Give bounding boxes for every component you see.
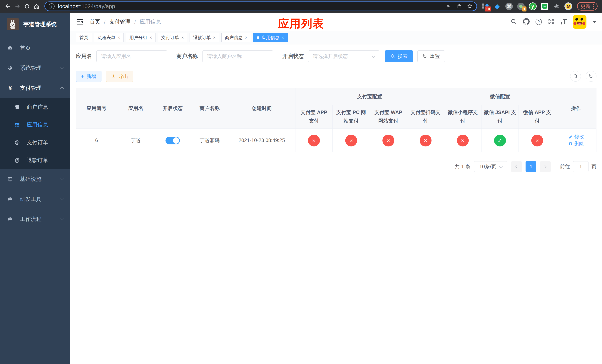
sidebar-item-label: 系统管理 [20, 64, 42, 72]
tag-app-info-active[interactable]: 应用信息× [253, 33, 288, 43]
page-number-active[interactable]: 1 [526, 161, 536, 172]
help-icon[interactable]: ? [536, 19, 542, 25]
chevron-down-icon [60, 197, 64, 201]
col-wechat-jsapi: 微信 JSAPI 支付 [481, 105, 518, 129]
tag-user-group[interactable]: 用户分组× [126, 33, 155, 43]
sidebar-item-refund-order[interactable]: 退款订单 [0, 151, 70, 169]
extension-y-icon[interactable]: y [529, 2, 537, 10]
tag-process-form[interactable]: 流程表单× [94, 33, 124, 43]
tag-pay-order[interactable]: 支付订单× [158, 33, 187, 43]
tags-view-bar: 首页 流程表单× 用户分组× 支付订单× 退款订单× 商户信息× 应用信息× [70, 31, 602, 44]
breadcrumb-separator: / [134, 19, 136, 25]
pencil-icon [568, 134, 573, 139]
next-page-button[interactable] [540, 161, 551, 172]
close-icon[interactable]: × [245, 35, 247, 40]
header-search-icon[interactable] [510, 18, 517, 26]
browser-back-icon[interactable] [3, 1, 13, 11]
sidebar-item-label: 支付管理 [20, 85, 42, 92]
extension-recorder-icon[interactable]: 1 [517, 2, 525, 10]
monitor-chart-icon [7, 176, 13, 182]
sidebar-item-dev-tools[interactable]: 研发工具 [0, 189, 70, 209]
bookmark-star-icon[interactable] [467, 3, 473, 10]
github-icon[interactable] [523, 18, 530, 26]
col-alipay-qr: 支付宝扫码支付 [407, 105, 444, 129]
goto-page-input[interactable] [573, 161, 589, 172]
page-size-select[interactable]: 10条/页 [474, 161, 507, 172]
refresh-table-button[interactable] [586, 71, 596, 82]
browser-extensions: ◆ 10 ◆ ⌘ 1 y ⋯ 更新 [480, 2, 599, 11]
close-icon[interactable]: × [118, 35, 120, 40]
sidebar-item-label: 基础设施 [20, 175, 42, 183]
sidebar-item-workflow[interactable]: 工作流程 [0, 209, 70, 229]
tag-refund-order[interactable]: 退款订单× [190, 33, 219, 43]
pagination: 共 1 条 10条/页 1 前往 页 [76, 161, 596, 172]
gear-icon [7, 65, 13, 71]
chevron-up-icon [60, 87, 64, 91]
table-toolbar: + 新增 导出 [76, 71, 596, 82]
chevron-down-icon [372, 54, 375, 58]
sidebar-collapse-icon[interactable] [76, 18, 84, 26]
breadcrumb-home[interactable]: 首页 [90, 18, 100, 26]
col-wechat-app: 微信 APP 支付 [518, 105, 556, 129]
sidebar-item-payment[interactable]: ¥ 支付管理 [0, 78, 70, 98]
user-menu-caret-icon[interactable] [592, 21, 596, 23]
sidebar-item-merchant-info[interactable]: 商户信息 [0, 98, 70, 116]
col-alipay-app: 支付宝 APP 支付 [295, 105, 333, 129]
status-select[interactable]: 请选择开启状态 [308, 50, 379, 62]
user-avatar[interactable] [573, 15, 586, 29]
sidebar-menu: 首页 系统管理 ¥ 支付管理 [0, 36, 70, 364]
alipay-pc-status-icon: × [345, 135, 357, 146]
group-wechat-config: 微信配置 [444, 88, 556, 105]
profile-emoji-icon[interactable] [564, 2, 572, 10]
site-info-icon[interactable]: i [49, 3, 55, 9]
close-icon[interactable]: × [281, 35, 284, 40]
extensions-puzzle-icon[interactable] [553, 2, 560, 10]
browser-home-icon[interactable] [32, 1, 42, 11]
storefront-icon [14, 104, 20, 110]
fullscreen-icon[interactable] [548, 18, 554, 26]
chevron-down-icon [60, 177, 64, 181]
font-size-icon[interactable]: TT [560, 19, 567, 25]
browser-menu-kebab-icon[interactable] [593, 4, 594, 9]
merchant-name-input[interactable] [202, 50, 273, 62]
close-icon[interactable]: × [181, 35, 184, 40]
share-icon[interactable] [456, 3, 462, 10]
extension-command-icon[interactable]: ⌘ [505, 2, 513, 10]
browser-update-button[interactable]: 更新 [577, 2, 598, 11]
extension-kite-icon[interactable]: ◆ [493, 2, 501, 10]
app-name-input[interactable] [97, 50, 167, 62]
extension-chat-icon[interactable]: ⋯ [541, 2, 548, 10]
export-button[interactable]: 导出 [106, 71, 133, 82]
browser-reload-icon[interactable] [22, 1, 32, 11]
close-icon[interactable]: × [149, 35, 152, 40]
password-key-icon[interactable] [446, 3, 452, 10]
sidebar-item-home[interactable]: 首页 [0, 38, 70, 58]
alipay-qr-status-icon: × [420, 135, 431, 146]
app-table: 应用编号 应用名 开启状态 商户名称 创建时间 支付宝配置 微信配置 操作 支付… [76, 88, 596, 152]
reset-button[interactable]: 重置 [418, 50, 445, 62]
tag-merchant-info[interactable]: 商户信息× [221, 33, 251, 43]
breadcrumb: 首页 / 支付管理 / 应用信息 [90, 18, 161, 26]
sidebar-item-system[interactable]: 系统管理 [0, 58, 70, 78]
sidebar-item-label: 商户信息 [27, 103, 48, 111]
search-icon [573, 74, 578, 79]
add-button[interactable]: + 新增 [76, 71, 101, 82]
tag-home[interactable]: 首页 [76, 33, 92, 43]
delete-link[interactable]: 删除 [568, 140, 584, 147]
close-icon[interactable]: × [213, 35, 216, 40]
dashboard-icon [7, 45, 13, 51]
sidebar-item-infrastructure[interactable]: 基础设施 [0, 169, 70, 189]
prev-page-button[interactable] [511, 161, 522, 172]
breadcrumb-payment[interactable]: 支付管理 [109, 18, 131, 26]
grid-table-icon [14, 122, 20, 128]
extension-tabs-icon[interactable]: ◆ 10 [482, 2, 489, 10]
browser-forward-icon[interactable] [13, 1, 22, 11]
status-toggle[interactable] [165, 137, 180, 144]
search-button[interactable]: 搜索 [385, 50, 413, 62]
sidebar-item-pay-order[interactable]: 支付订单 [0, 134, 70, 151]
chevron-down-icon [60, 66, 64, 70]
edit-link[interactable]: 修改 [568, 133, 584, 140]
address-bar[interactable]: i localhost:1024/pay/app [44, 1, 477, 11]
sidebar-item-app-info[interactable]: 应用信息 [0, 116, 70, 134]
toggle-search-button[interactable] [570, 71, 581, 82]
